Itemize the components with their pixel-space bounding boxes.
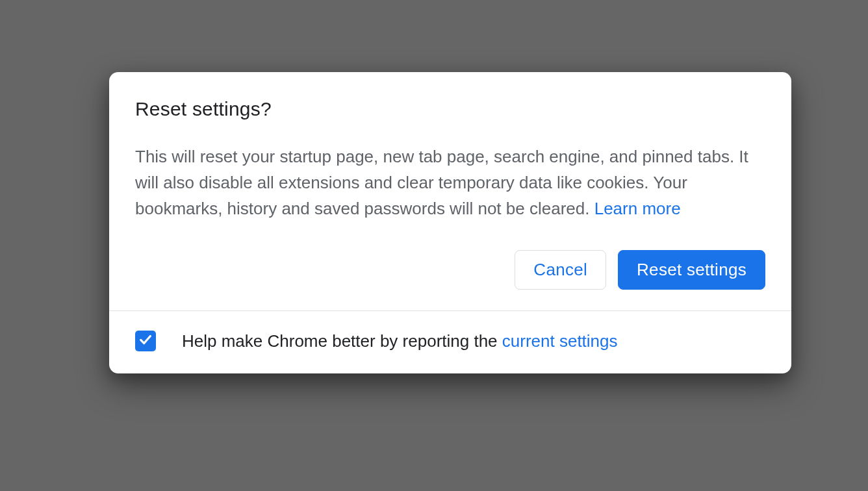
footer-prefix: Help make Chrome better by reporting the	[182, 331, 502, 351]
reset-settings-dialog: Reset settings? This will reset your sta…	[109, 72, 791, 373]
dialog-footer: Help make Chrome better by reporting the…	[109, 310, 791, 373]
dialog-body: Reset settings? This will reset your sta…	[109, 72, 791, 310]
dialog-title: Reset settings?	[135, 98, 765, 120]
cancel-button[interactable]: Cancel	[515, 250, 606, 290]
dialog-message: This will reset your startup page, new t…	[135, 144, 765, 221]
dialog-actions: Cancel Reset settings	[135, 250, 765, 290]
report-settings-checkbox[interactable]	[135, 331, 156, 351]
reset-settings-button[interactable]: Reset settings	[618, 250, 765, 290]
checkmark-icon	[138, 333, 153, 349]
current-settings-link[interactable]: current settings	[502, 331, 618, 351]
learn-more-link[interactable]: Learn more	[594, 199, 681, 218]
footer-text: Help make Chrome better by reporting the…	[182, 331, 618, 351]
